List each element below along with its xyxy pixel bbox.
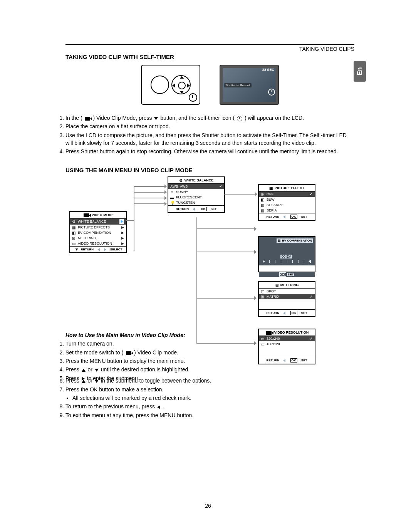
lcd-preview: 28 SEC Shutter to Record: [220, 65, 279, 105]
section1-steps: In the ( ) Video Clip Mode, press button…: [65, 114, 354, 155]
menu-item-picture-effects: PICTURE EFFECTS▶: [70, 225, 126, 230]
page-number: 26: [0, 503, 416, 509]
menu-item-metering: METERING▶: [70, 235, 126, 241]
ev-value: 00 EV: [280, 255, 292, 258]
pe-sepia: SEPIA: [259, 208, 315, 213]
camera-illustration: [141, 65, 200, 105]
video-clip-icon: [266, 331, 272, 335]
res-320: 320x240✓: [259, 336, 315, 341]
section1-title: TAKING VIDEO CLIP WITH SELF-TIMER: [65, 54, 354, 60]
video-clip-icon: [126, 351, 131, 355]
ev-title: ▨EV COMPENSATION: [277, 238, 313, 243]
howto-heading: How to Use the Main Menu in Video Clip M…: [65, 332, 204, 338]
wb-awb: AWBAWB✓: [168, 184, 224, 189]
down-arrow-icon: [154, 117, 158, 120]
self-timer-icon: [237, 116, 242, 121]
wb-fluorescent: FLUORESCENT: [168, 195, 224, 200]
dpad-icon: [171, 75, 191, 94]
menu-item-ev-comp: EV COMPENSATION▶: [70, 230, 126, 235]
wb-tungsten: TUNGSTEN: [168, 200, 224, 205]
menu-item-white-balance: WHITE BALANCE: [70, 218, 126, 225]
language-tab: En: [354, 61, 366, 82]
metering-spot: SPOT: [259, 289, 315, 294]
video-resolution-menu: VIDEO RESOLUTION 320x240✓ 160x120 RETURN…: [258, 329, 315, 364]
res-160: 160x120: [259, 341, 315, 347]
ev-compensation-menu: ▨EV COMPENSATION 00 EV −+ OK SET: [258, 236, 315, 272]
metering-matrix: MATRIX✓: [259, 294, 315, 299]
left-arrow-icon: [157, 405, 160, 409]
video-clip-icon: [84, 213, 89, 217]
video-clip-icon: [85, 117, 90, 121]
lcd-seconds: 28 SEC: [262, 68, 274, 72]
up-arrow-icon: [82, 369, 86, 372]
self-timer-icon: [189, 93, 197, 102]
menu-item-video-res: VIDEO RESOLUTION▶: [70, 241, 126, 246]
pe-solarize: SOLARIZE: [259, 202, 315, 208]
right-arrow-icon: [82, 377, 85, 381]
breadcrumb: TAKING VIDEO CLIPS: [299, 46, 354, 52]
metering-menu: METERING SPOT MATRIX✓ RETURN OK SET: [258, 281, 315, 317]
down-arrow-icon: [95, 369, 99, 372]
lcd-timer-icon: [268, 89, 275, 96]
pe-bw: B&W: [259, 197, 315, 202]
video-mode-menu: VIDEO MODE WHITE BALANCE PICTURE EFFECTS…: [69, 211, 127, 253]
pe-off: OFF✓: [259, 191, 315, 197]
white-balance-menu: WHITE BALANCE AWBAWB✓ SUNNY FLUORESCENT …: [168, 176, 225, 213]
wb-sunny: SUNNY: [168, 189, 224, 195]
lcd-record-hint: Shutter to Record: [224, 83, 252, 87]
picture-effect-menu: PICTURE EFFECT OFF✓ B&W SOLARIZE SEPIA R…: [258, 184, 315, 221]
section2-title: USING THE MAIN MENU IN VIDEO CLIP MODE: [65, 167, 354, 173]
